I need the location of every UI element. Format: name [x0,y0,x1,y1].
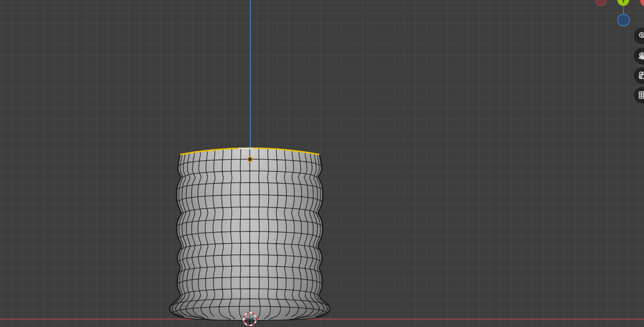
orthographic-grid-icon [638,90,644,100]
mesh-wireframe [170,148,329,320]
gizmo-axis-pos-x[interactable] [640,0,644,6]
gizmo-axis-neg-z[interactable] [618,14,630,26]
3d-viewport[interactable]: Y [0,0,644,327]
navigation-gizmo[interactable]: Y [584,0,644,34]
viewport-scene[interactable] [0,0,644,327]
object-origin-dot [248,157,252,161]
gizmo-axis-neg-x[interactable] [596,0,606,6]
camera-view-icon [638,71,644,80]
mesh-object[interactable] [159,144,340,327]
pan-hand-icon [638,51,644,61]
gizmo-axis-y-label: Y [621,0,626,4]
zoom-in-icon [638,31,644,40]
